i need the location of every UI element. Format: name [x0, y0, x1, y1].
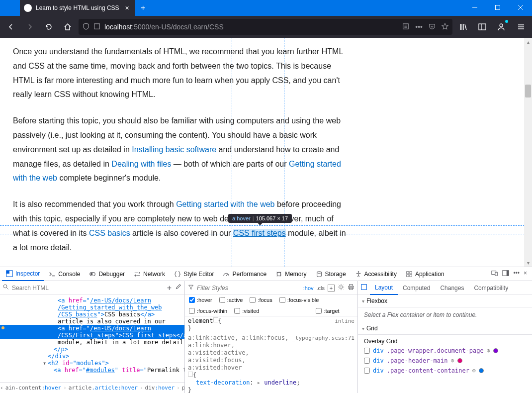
target-icon[interactable]: ⊕ — [472, 367, 476, 374]
markup-tree[interactable]: <a href="/en-US/docs/Learn /Getting_star… — [0, 295, 184, 382]
chevron-down-icon[interactable]: ▾ — [43, 360, 48, 367]
target-icon[interactable]: ⊕ — [451, 357, 454, 364]
flexbox-empty-msg: Select a Flex container or item to conti… — [358, 307, 532, 322]
browser-tab[interactable]: Learn to style HTML using CSS × — [20, 0, 135, 16]
url-bar[interactable]: localhost:5000/en-US/docs/Learn/CSS ••• — [79, 19, 452, 35]
target-icon[interactable]: ⊕ — [487, 347, 490, 354]
tab-performance[interactable]: Performance — [219, 267, 270, 281]
new-rule-button[interactable]: + — [328, 285, 335, 292]
link-css-basics[interactable]: CSS basics — [89, 229, 130, 237]
tab-style-editor[interactable]: Style Editor — [170, 267, 218, 281]
layout-panel-icon[interactable] — [358, 284, 370, 292]
scroll-up-icon[interactable]: ▴ — [524, 38, 532, 46]
titlebar: Learn to style HTML using CSS × + — [0, 0, 532, 16]
minimize-button[interactable] — [463, 0, 486, 15]
tab-close-icon[interactable]: × — [123, 4, 131, 12]
maximize-button[interactable] — [486, 0, 509, 15]
pocket-icon[interactable] — [429, 23, 436, 31]
selector-highlight-icon[interactable] — [188, 372, 193, 377]
link-installing-software[interactable]: Installing basic software — [132, 145, 216, 154]
selector-highlight-icon[interactable] — [213, 317, 218, 322]
tab-memory[interactable]: Memory — [271, 267, 310, 281]
scroll-thumb[interactable] — [525, 85, 531, 98]
window-controls — [463, 0, 532, 15]
rdm-icon[interactable] — [491, 270, 498, 278]
shield-icon[interactable] — [83, 23, 89, 31]
pseudo-focus-within[interactable]: :focus-within — [189, 308, 227, 314]
style-editor-icon — [174, 271, 181, 278]
close-window-button[interactable] — [509, 0, 532, 15]
tab-console[interactable]: Console — [45, 267, 84, 281]
pseudo-visited[interactable]: :visited — [234, 308, 259, 314]
tab-debugger[interactable]: Debugger — [85, 267, 129, 281]
cls-toggle[interactable]: .cls — [317, 285, 325, 291]
tab-computed[interactable]: Computed — [398, 281, 435, 295]
color-swatch[interactable] — [457, 358, 462, 363]
page-actions-icon[interactable]: ••• — [415, 23, 423, 31]
svg-rect-37 — [361, 285, 367, 290]
network-icon — [134, 271, 141, 278]
rules-list[interactable]: element {inline } a:link:active, a:link:… — [185, 316, 357, 393]
close-devtools-icon[interactable]: × — [524, 270, 527, 278]
tab-application[interactable]: Application — [402, 267, 448, 281]
pseudo-hover[interactable]: :hover — [189, 297, 212, 303]
forward-button[interactable] — [22, 19, 38, 35]
grid-item[interactable]: div.page-wrapper.document-page⊕ — [358, 346, 532, 356]
pseudo-target[interactable]: :target — [316, 308, 339, 314]
sidebar-icon[interactable] — [474, 19, 490, 35]
add-node-icon[interactable]: + — [167, 284, 172, 293]
application-icon — [406, 271, 413, 278]
svg-rect-9 — [479, 24, 486, 30]
link-getting-started-web[interactable]: Getting started with the web — [176, 200, 274, 208]
tab-changes[interactable]: Changes — [435, 281, 469, 295]
bookmark-star-icon[interactable] — [442, 23, 448, 31]
link-dealing-with-files[interactable]: Dealing with files — [111, 160, 171, 168]
debugger-icon — [89, 271, 96, 278]
filter-styles-input[interactable] — [197, 285, 300, 292]
color-swatch[interactable] — [493, 348, 498, 353]
svg-point-21 — [317, 271, 321, 273]
favicon — [24, 4, 32, 12]
svg-rect-28 — [495, 272, 497, 276]
tab-compatibility[interactable]: Compatibility — [469, 281, 513, 295]
print-icon[interactable] — [348, 284, 355, 292]
light-mode-icon[interactable] — [338, 284, 345, 292]
markup-panel: + <a href="/en-US/docs/Learn /Getting_st… — [0, 281, 185, 393]
markup-search-row: + — [0, 281, 184, 295]
library-icon[interactable] — [455, 19, 471, 35]
tab-network[interactable]: Network — [130, 267, 169, 281]
tab-layout[interactable]: Layout — [370, 281, 398, 295]
reader-mode-icon[interactable] — [402, 23, 409, 31]
pseudo-focus-visible[interactable]: :focus-visible — [279, 297, 319, 303]
pseudo-toggle[interactable]: :hov — [303, 285, 314, 291]
new-tab-button[interactable]: + — [135, 0, 151, 16]
pseudo-focus[interactable]: :focus — [250, 297, 272, 303]
dock-side-icon[interactable] — [502, 270, 509, 278]
reload-button[interactable] — [41, 19, 57, 35]
account-icon[interactable] — [493, 19, 509, 35]
breadcrumbs[interactable]: ‹ ain-content:hover › article.article:ho… — [0, 382, 184, 393]
tab-storage[interactable]: Storage — [312, 267, 350, 281]
back-button[interactable] — [3, 19, 19, 35]
grid-item[interactable]: div.page-content-container⊕ — [358, 366, 532, 376]
meatball-icon[interactable]: ••• — [513, 270, 520, 278]
flexbox-section-header[interactable]: ▾Flexbox — [358, 295, 532, 307]
color-swatch[interactable] — [479, 368, 484, 373]
grid-section-header[interactable]: ▾Grid — [358, 322, 532, 335]
svg-point-33 — [340, 286, 342, 288]
layout-sidebar: Layout Computed Changes Compatibility ▾F… — [358, 281, 532, 393]
pseudo-active[interactable]: :active — [219, 297, 243, 303]
tab-inspector[interactable]: Inspector — [2, 267, 44, 281]
app-menu-button[interactable] — [513, 19, 529, 35]
home-button[interactable] — [60, 19, 76, 35]
site-info-icon[interactable] — [93, 23, 100, 31]
eyedropper-icon[interactable] — [175, 284, 181, 292]
search-html-input[interactable] — [12, 285, 164, 292]
scroll-down-icon[interactable]: ▾ — [524, 259, 532, 267]
link-css-first-steps[interactable]: CSS first steps — [233, 229, 286, 237]
crumb-prev-icon[interactable]: ‹ — [0, 385, 3, 391]
content-scrollbar[interactable]: ▴ ▾ — [524, 38, 532, 267]
svg-point-22 — [357, 271, 359, 273]
tab-accessibility[interactable]: Accessibility — [351, 267, 401, 281]
grid-item[interactable]: div.page-header-main⊕ — [358, 356, 532, 366]
